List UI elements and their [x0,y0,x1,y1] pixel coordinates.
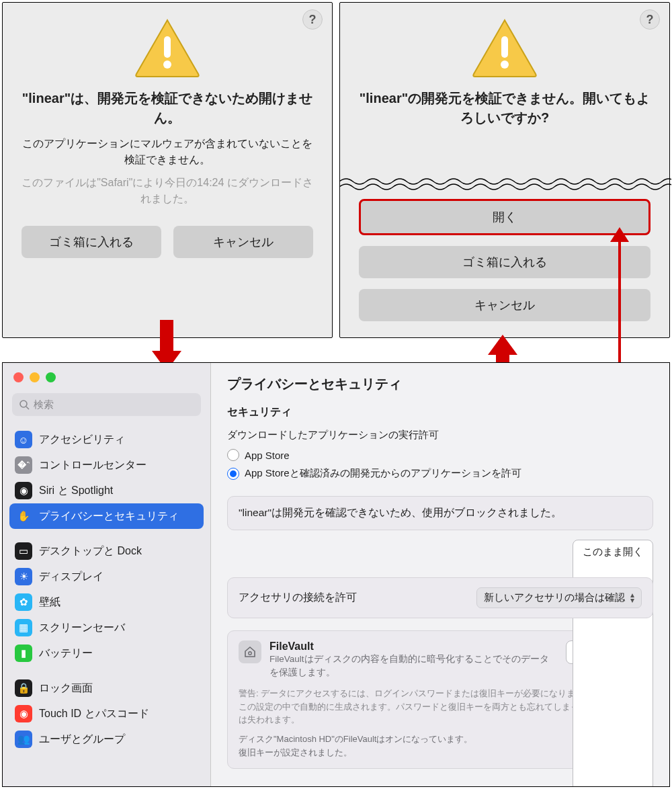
search-placeholder: 検索 [34,399,54,411]
sidebar-item-icon: ▭ [15,542,32,560]
cancel-button[interactable]: キャンセル [173,226,313,258]
minimize-window-button[interactable] [30,372,40,382]
window-controls [3,363,210,389]
sidebar-item[interactable]: ☺アクセシビリティ [9,427,204,452]
sidebar-item-icon: 🔒 [15,679,32,697]
sidebar-item-icon: �⳿ [15,456,32,474]
blocked-message: "linear"は開発元を確認できないため、使用がブロックされました。 [239,506,642,520]
sidebar-item[interactable]: 👥ユーザとグループ [9,726,204,752]
sidebar-item-icon: ✿ [15,593,32,611]
sidebar-item-label: アクセシビリティ [39,433,125,447]
sidebar-item-label: コントロールセンター [39,458,146,472]
sidebar-item-label: Touch ID とパスコード [39,707,149,721]
open-button[interactable]: 開く [359,199,650,235]
sidebar-item-label: スクリーンセーバ [39,621,125,635]
dialog-body: このアプリケーションにマルウェアが含まれていないことを検証できません。 [3,133,332,169]
sidebar-item-icon: ☀ [15,568,32,585]
cancel-button[interactable]: キャンセル [359,289,650,321]
sidebar-item[interactable]: ▮バッテリー [9,640,204,666]
sidebar-item-label: 壁紙 [39,595,60,610]
sidebar-item-label: ディスプレイ [39,570,103,584]
connector-arrowhead-icon [610,227,629,242]
search-input[interactable]: 検索 [12,393,201,416]
trash-button[interactable]: ゴミ箱に入れる [359,246,650,278]
zoom-window-button[interactable] [46,372,56,382]
radio-identified-devs[interactable]: App Storeと確認済みの開発元からのアプリケーションを許可 [227,465,653,484]
sidebar: 検索 ☺アクセシビリティ�⳿コントロールセンター◉Siri と Spotligh… [3,363,211,786]
sidebar-gap [9,666,204,675]
sidebar-item[interactable]: 🔒ロック画面 [9,675,204,701]
radio-label: App Storeと確認済みの開発元からのアプリケーションを許可 [245,467,521,480]
filevault-desc: FileVaultはディスクの内容を自動的に暗号化することでそのデータを保護しま… [269,653,558,679]
dropdown-value: 新しいアクセサリの場合は確認 [484,591,625,604]
sidebar-item-label: ユーザとグループ [39,733,125,747]
sidebar-item[interactable]: �⳿コントロールセンター [9,452,204,478]
sidebar-item[interactable]: ◉Siri と Spotlight [9,478,204,503]
radio-icon [227,449,239,461]
sidebar-item[interactable]: ▭デスクトップと Dock [9,538,204,564]
svg-point-3 [501,60,509,69]
sidebar-gap [9,529,204,538]
sidebar-item-label: バッテリー [39,647,93,661]
warning-icon [134,17,201,78]
sidebar-item-icon: ✋ [15,507,32,525]
dialog-title: "linear"の開発元を検証できません。開いてもよろしいですか? [340,85,669,137]
accessory-label: アクセサリの接続を許可 [239,591,357,605]
sidebar-item-icon: ▦ [15,619,32,636]
sidebar-item[interactable]: ▦スクリーンセーバ [9,615,204,640]
accessory-dropdown[interactable]: 新しいアクセサリの場合は確認 ▴▾ [476,587,642,608]
search-icon [19,399,30,410]
svg-rect-2 [501,36,508,58]
sidebar-item-icon: ☺ [15,431,32,448]
help-button[interactable]: ? [640,9,660,30]
sidebar-item-label: デスクトップと Dock [39,544,142,558]
security-section-label: セキュリティ [227,405,653,426]
radio-app-store[interactable]: App Store [227,447,653,465]
warning-icon [471,17,538,78]
chevron-updown-icon: ▴▾ [630,593,634,602]
help-button[interactable]: ? [302,9,323,30]
settings-main: プライバシーとセキュリティ セキュリティ ダウンロードしたアプリケーションの実行… [211,363,669,786]
dialog-note: このファイルは"Safari"により今日の14:24 にダウンロードされました。 [3,169,332,214]
svg-point-1 [163,60,171,69]
sidebar-item[interactable]: ✋プライバシーとセキュリティ [9,503,204,529]
filevault-title: FileVault [269,640,558,653]
sidebar-item-icon: 👥 [15,731,32,748]
svg-point-6 [249,652,251,655]
tear-decoration [339,176,671,191]
allow-apps-label: ダウンロードしたアプリケーションの実行許可 [227,426,653,447]
blocked-app-panel: "linear"は開発元を確認できないため、使用がブロックされました。 [227,496,653,530]
sidebar-item[interactable]: ☀ディスプレイ [9,564,204,589]
sidebar-item-icon: ▮ [15,645,32,662]
svg-point-4 [20,401,27,407]
svg-line-5 [26,407,29,409]
close-window-button[interactable] [13,372,24,382]
radio-icon [227,468,239,480]
dialog-title: "linear"は、開発元を検証できないため開けません。 [3,85,332,133]
system-settings-window: 検索 ☺アクセシビリティ�⳿コントロールセンター◉Siri と Spotligh… [2,362,670,787]
sidebar-item[interactable]: ◉Touch ID とパスコード [9,701,204,726]
dialog-cannot-open: ? "linear"は、開発元を検証できないため開けません。 このアプリケーショ… [2,2,333,338]
sidebar-item[interactable]: ✿壁紙 [9,589,204,615]
page-title: プライバシーとセキュリティ [227,372,653,405]
sidebar-item-icon: ◉ [15,705,32,722]
filevault-icon [239,640,261,663]
svg-rect-0 [164,36,171,58]
radio-label: App Store [245,450,290,461]
sidebar-item-label: ロック画面 [39,681,93,696]
sidebar-item-icon: ◉ [15,482,32,499]
accessory-panel: アクセサリの接続を許可 新しいアクセサリの場合は確認 ▴▾ [227,577,653,618]
sidebar-item-label: プライバシーとセキュリティ [39,509,179,524]
sidebar-item-label: Siri と Spotlight [39,484,113,498]
trash-button[interactable]: ゴミ箱に入れる [22,226,161,258]
